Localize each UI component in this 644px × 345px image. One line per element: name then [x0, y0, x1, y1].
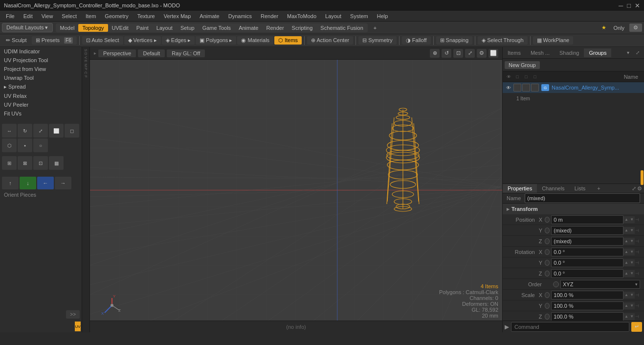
- tab-uvedit[interactable]: UVEdit: [108, 24, 133, 32]
- maximize-button[interactable]: □: [627, 2, 631, 9]
- materials-button[interactable]: ◉ Materials: [237, 36, 273, 45]
- items-button[interactable]: ⬡ Items: [274, 36, 302, 45]
- menu-help[interactable]: Help: [373, 12, 392, 20]
- tab-animate[interactable]: Animate: [235, 24, 262, 32]
- falloff-button[interactable]: ◑ Falloff: [402, 36, 431, 45]
- rotation-y-input[interactable]: [551, 258, 623, 267]
- edges-button[interactable]: ◈ Edges ▸: [162, 36, 195, 45]
- position-x-arrow-dn[interactable]: ▼: [629, 216, 635, 223]
- viewport-icon-target[interactable]: ⊕: [430, 49, 440, 58]
- transform-header[interactable]: ▸ Transform: [503, 204, 644, 214]
- more-button[interactable]: >>: [66, 310, 80, 319]
- menu-vertexmap[interactable]: Vertex Map: [160, 12, 195, 20]
- arrow-left[interactable]: ←: [37, 177, 54, 189]
- command-input[interactable]: [511, 322, 629, 332]
- selectthrough-button[interactable]: ◈ Select Through: [478, 36, 527, 45]
- position-y-input[interactable]: [551, 226, 623, 235]
- menu-system[interactable]: System: [346, 12, 372, 20]
- item-check3[interactable]: [531, 84, 539, 92]
- action-center-button[interactable]: ⊕ Action Center: [307, 36, 353, 45]
- tab-add[interactable]: +: [592, 184, 605, 193]
- orient-pieces[interactable]: Orient Pieces: [0, 190, 82, 199]
- tab-scripting[interactable]: Scripting: [288, 24, 317, 32]
- tool-icon-d[interactable]: ▦: [49, 156, 64, 170]
- scale-z-input[interactable]: [551, 312, 623, 321]
- vertices-button[interactable]: ◆ Vertices ▸: [124, 36, 161, 45]
- position-x-arrow-up[interactable]: ▲: [623, 216, 629, 223]
- position-y-arrow-dn[interactable]: ▼: [629, 227, 635, 234]
- rotation-z-dot[interactable]: [545, 271, 550, 276]
- tab-model[interactable]: Model: [56, 24, 79, 32]
- rp-tab-dropdown[interactable]: ▾: [623, 48, 632, 57]
- viewport-perspective-btn[interactable]: Perspective: [98, 49, 136, 57]
- workplane-button[interactable]: ▦ WorkPlane: [533, 36, 574, 45]
- viewport-icon-fullscreen[interactable]: ⬜: [489, 49, 498, 58]
- tab-lists[interactable]: Lists: [570, 184, 591, 193]
- scale-y-dot[interactable]: [545, 303, 550, 309]
- rotation-z-arrow-dn[interactable]: ▼: [629, 270, 635, 277]
- viewport[interactable]: ▸ Perspective Default Ray GL: Off ⊕ ↺ ⊡ …: [90, 47, 502, 332]
- tab-paint[interactable]: Paint: [133, 24, 153, 32]
- tab-layout[interactable]: Layout: [153, 24, 177, 32]
- tool-icon-transform[interactable]: ⬜: [49, 124, 64, 138]
- viewport-default-btn[interactable]: Default: [138, 49, 165, 57]
- viewport-icon-refresh[interactable]: ↺: [442, 49, 451, 58]
- presets-button[interactable]: ⊞ Presets F6: [32, 36, 77, 45]
- tab-setup[interactable]: Setup: [177, 24, 199, 32]
- new-group-button[interactable]: New Group: [505, 61, 540, 69]
- menu-select[interactable]: Select: [58, 12, 81, 20]
- menu-dynamics[interactable]: Dynamics: [224, 12, 256, 20]
- tool-icon-select[interactable]: ◻: [65, 124, 79, 138]
- autoselect-button[interactable]: ⊡ Auto Select: [82, 36, 123, 45]
- menu-animate[interactable]: Animate: [196, 12, 223, 20]
- tab-groups[interactable]: Groups: [584, 48, 611, 57]
- position-z-arrow-up[interactable]: ▲: [623, 238, 629, 245]
- tool-icon-move[interactable]: ↔: [2, 124, 17, 138]
- close-button[interactable]: ✕: [635, 2, 640, 9]
- rotation-y-arrow-dn[interactable]: ▼: [629, 259, 635, 266]
- name-input[interactable]: [525, 193, 640, 203]
- tool-icon-a[interactable]: ⊞: [2, 156, 17, 170]
- item-check2[interactable]: [522, 84, 530, 92]
- tool-icon-paint[interactable]: ⬡: [2, 138, 17, 152]
- scale-y-arrow-dn[interactable]: ▼: [629, 302, 635, 309]
- position-x-input[interactable]: [551, 215, 623, 224]
- tool-project-from-view[interactable]: Project from View: [0, 65, 82, 73]
- rotation-z-arrow-up[interactable]: ▲: [623, 270, 629, 277]
- scale-y-input[interactable]: [551, 301, 623, 310]
- tool-icon-rotate[interactable]: ↻: [18, 124, 32, 138]
- tool-spread[interactable]: ▸ Spread: [0, 82, 82, 92]
- menu-render[interactable]: Render: [257, 12, 282, 20]
- tool-icon-sphere[interactable]: ○: [33, 138, 48, 152]
- command-run-button[interactable]: ↵: [631, 322, 642, 332]
- position-x-dot[interactable]: [545, 217, 550, 223]
- arrow-down[interactable]: ↓: [20, 177, 36, 189]
- scale-x-arrow-dn[interactable]: ▼: [629, 292, 635, 299]
- tool-uv-projection[interactable]: UV Projection Tool: [0, 56, 82, 65]
- tool-uv-peeler[interactable]: UV Peeler: [0, 100, 82, 109]
- tab-topology[interactable]: Topology: [78, 24, 108, 32]
- menu-item[interactable]: Item: [82, 12, 100, 20]
- rotation-z-input[interactable]: [551, 269, 623, 278]
- order-select[interactable]: XYZ ▾: [560, 280, 640, 289]
- scale-y-arrow-up[interactable]: ▲: [623, 302, 629, 309]
- scale-z-dot[interactable]: [545, 314, 550, 320]
- symmetry-button[interactable]: ⊟ Symmetry: [358, 36, 397, 45]
- scale-x-input[interactable]: [551, 291, 623, 299]
- viewport-icon-expand[interactable]: ⤢: [465, 49, 475, 58]
- menu-maxtomodo[interactable]: MaxToModo: [283, 12, 320, 20]
- menu-edit[interactable]: Edit: [20, 12, 37, 20]
- arrow-up[interactable]: ↑: [2, 177, 19, 189]
- list-item-sub[interactable]: 1 Item: [503, 93, 644, 104]
- tool-icon-box[interactable]: ▪: [18, 138, 32, 152]
- rotation-y-dot[interactable]: [545, 260, 550, 266]
- scale-z-arrow-up[interactable]: ▲: [623, 313, 629, 320]
- tool-uv-relax[interactable]: UV Relax: [0, 92, 82, 100]
- menu-view[interactable]: View: [38, 12, 57, 20]
- tool-fit-uvs[interactable]: Fit UVs: [0, 109, 82, 118]
- menu-texture[interactable]: Texture: [133, 12, 159, 20]
- tab-channels[interactable]: Channels: [537, 184, 569, 193]
- tab-items[interactable]: Items: [503, 48, 526, 57]
- scroll-thumb[interactable]: [641, 184, 644, 185]
- tab-gametools[interactable]: Game Tools: [199, 24, 235, 32]
